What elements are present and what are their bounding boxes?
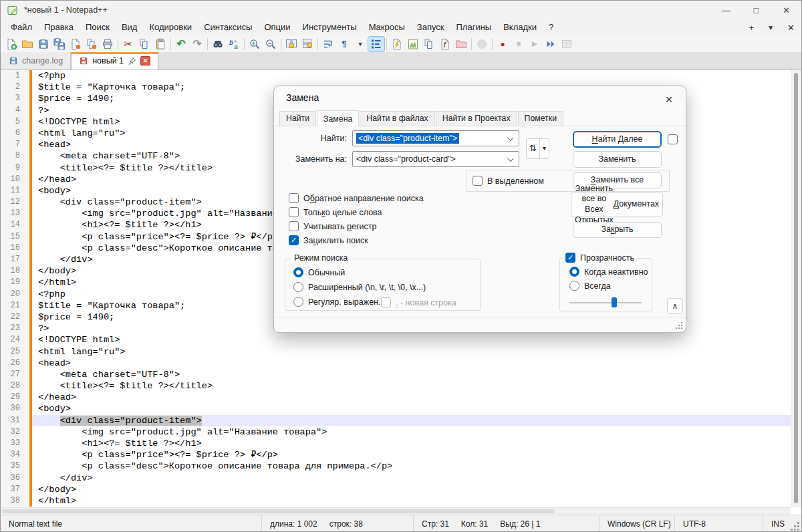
- menu-item-5[interactable]: Кодировки: [143, 19, 198, 35]
- option-checkbox-4[interactable]: ✓Зациклить поиск: [289, 235, 368, 245]
- menu-item-12[interactable]: Вкладки: [497, 19, 543, 35]
- sync-scroll-v-button[interactable]: [283, 37, 299, 51]
- menu-item-13[interactable]: ?: [543, 19, 559, 35]
- search-mode-radio-3[interactable]: Регуляр. выражен.: [293, 297, 380, 307]
- find-dropdown-chevron-icon[interactable]: [507, 135, 513, 141]
- vertical-scrollbar[interactable]: [791, 70, 801, 507]
- line-number[interactable]: 26: [1, 358, 27, 369]
- code-text[interactable]: <p class="desc">Короткое описание товара…: [32, 460, 801, 472]
- in-selection-checkbox-box[interactable]: [473, 176, 483, 186]
- checkbox-box[interactable]: ✓: [289, 235, 299, 245]
- word-wrap-button[interactable]: [320, 37, 336, 51]
- paste-button[interactable]: [152, 37, 168, 51]
- close-tab-button[interactable]: ✕: [787, 23, 795, 33]
- cut-button[interactable]: ✂: [120, 37, 136, 51]
- macro-run-multiple-button[interactable]: [543, 37, 559, 51]
- line-number[interactable]: 14: [1, 219, 27, 231]
- collapse-dialog-button[interactable]: ∧: [667, 298, 683, 314]
- line-number[interactable]: 8: [1, 150, 27, 162]
- close-all-button[interactable]: [84, 37, 100, 51]
- code-text[interactable]: <div class="product-item">: [32, 415, 801, 426]
- code-text[interactable]: <html lang="ru">: [32, 346, 801, 358]
- line-number[interactable]: 1: [1, 70, 27, 82]
- dialog-tab-Замена[interactable]: Замена: [317, 110, 359, 126]
- code-text[interactable]: <?php: [32, 70, 801, 82]
- option-checkbox-3[interactable]: Учитывать регистр: [289, 221, 376, 231]
- code-text[interactable]: </body>: [32, 484, 801, 495]
- dialog-tab-Найти[interactable]: Найти: [279, 111, 316, 126]
- macro-play-button[interactable]: ▶: [527, 37, 543, 51]
- show-all-chars-menu-button[interactable]: ▾: [352, 37, 368, 51]
- save-all-button[interactable]: [51, 37, 68, 51]
- menu-item-3[interactable]: Поиск: [80, 19, 116, 35]
- doc-list-button[interactable]: [368, 37, 384, 51]
- redo-button[interactable]: ↷: [189, 37, 205, 51]
- line-number[interactable]: 34: [1, 449, 27, 460]
- code-text[interactable]: </div>: [32, 473, 801, 484]
- line-number[interactable]: 32: [1, 426, 27, 438]
- replace-button[interactable]: ba: [226, 37, 242, 51]
- pin-icon[interactable]: [128, 57, 136, 65]
- line-number[interactable]: 19: [1, 277, 27, 288]
- search-mode-radio-2[interactable]: Расширенный (\n, \r, \t, \0, \x...): [293, 282, 426, 292]
- open-file-button[interactable]: [19, 37, 35, 51]
- option-checkbox-1[interactable]: Обратное направление поиска: [289, 193, 424, 203]
- line-number[interactable]: 37: [1, 484, 27, 495]
- line-number[interactable]: 28: [1, 380, 27, 392]
- zoom-in-button[interactable]: +: [247, 37, 263, 51]
- find-button[interactable]: [210, 37, 226, 51]
- menu-item-8[interactable]: Инструменты: [297, 19, 363, 35]
- find-input[interactable]: <div class="product-item">: [352, 130, 519, 146]
- macro-stop-button[interactable]: ■: [511, 37, 527, 51]
- dialog-tab-Найти-в-Проектах[interactable]: Найти в Проектах: [436, 111, 517, 126]
- code-text[interactable]: <img src="product.jpg" alt="Название тов…: [32, 426, 801, 438]
- radio-dot[interactable]: [293, 282, 303, 292]
- transparency-checkbox-box[interactable]: ✓: [565, 253, 575, 263]
- zoom-out-button[interactable]: −: [263, 37, 279, 51]
- maximize-button[interactable]: □: [741, 1, 771, 19]
- dialog-tab-Найти-в-файлах[interactable]: Найти в файлах: [360, 111, 434, 126]
- code-text[interactable]: <meta charset="UTF-8">: [32, 369, 801, 380]
- menu-item-6[interactable]: Синтаксисы: [198, 19, 258, 35]
- document-switcher-button[interactable]: [421, 37, 437, 51]
- line-number[interactable]: 18: [1, 265, 27, 277]
- line-number[interactable]: 22: [1, 311, 27, 323]
- replace-input[interactable]: <div class="product-card">: [352, 151, 519, 167]
- line-number[interactable]: 30: [1, 403, 27, 414]
- document-tab-change.log[interactable]: change.log: [1, 52, 71, 70]
- swap-find-replace-button[interactable]: ⇅: [526, 138, 540, 159]
- macro-record-button[interactable]: ●: [495, 37, 511, 51]
- line-number[interactable]: 17: [1, 254, 27, 265]
- close-file-button[interactable]: [68, 37, 84, 51]
- transparency-slider-track[interactable]: [569, 302, 642, 303]
- option-checkbox-2[interactable]: Только целые слова: [289, 207, 382, 217]
- line-number[interactable]: 6: [1, 128, 27, 139]
- in-selection-checkbox[interactable]: В выделенном: [473, 176, 544, 186]
- vertical-scrollbar-thumb[interactable]: [794, 73, 798, 503]
- line-number[interactable]: 29: [1, 392, 27, 403]
- transparency-checkbox[interactable]: ✓ Прозрачность: [563, 253, 637, 263]
- window-resize-grip[interactable]: [797, 529, 799, 531]
- two-button-mode-checkbox[interactable]: [668, 134, 678, 144]
- replace-all-open-docs-button[interactable]: Заменить все во Всех Открытых Документах: [571, 192, 663, 217]
- horizontal-scrollbar[interactable]: [1, 507, 791, 515]
- radio-dot[interactable]: [293, 297, 303, 307]
- radio-dot[interactable]: [569, 281, 579, 291]
- new-tab-button[interactable]: +: [749, 23, 755, 33]
- print-button[interactable]: [100, 37, 116, 51]
- macro-save-button[interactable]: [559, 37, 575, 51]
- udl-dialog-button[interactable]: [389, 37, 405, 51]
- code-text[interactable]: <body>: [32, 403, 801, 414]
- line-number[interactable]: 12: [1, 196, 27, 208]
- transparency-radio-2[interactable]: Всегда: [569, 281, 611, 291]
- menu-item-7[interactable]: Опции: [258, 19, 296, 35]
- tab-list-dropdown-icon[interactable]: ▼: [767, 24, 774, 31]
- code-text[interactable]: <title><?= $title ?></title>: [32, 380, 801, 392]
- replace-button[interactable]: Заменить: [573, 151, 662, 168]
- menu-item-9[interactable]: Макросы: [363, 19, 411, 35]
- code-text[interactable]: <!DOCTYPE html>: [32, 334, 801, 346]
- replace-dropdown-chevron-icon[interactable]: [507, 156, 513, 162]
- code-text[interactable]: <h1><?= $title ?></h1>: [32, 438, 801, 449]
- code-text[interactable]: <head>: [32, 358, 801, 369]
- line-number[interactable]: 20: [1, 289, 27, 300]
